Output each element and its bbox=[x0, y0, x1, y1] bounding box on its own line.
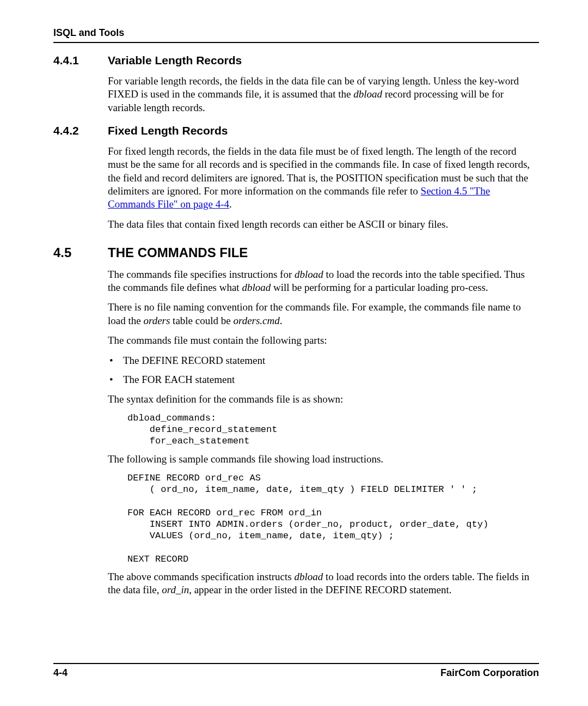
page-number: 4-4 bbox=[53, 667, 68, 679]
heading-title: Fixed Length Records bbox=[108, 124, 228, 137]
running-header: ISQL and Tools bbox=[53, 27, 539, 39]
paragraph: The data files that contain fixed length… bbox=[108, 218, 539, 231]
footer-org: FairCom Corporation bbox=[440, 667, 539, 679]
list-item: The DEFINE RECORD statement bbox=[108, 354, 539, 368]
heading-4-4-2: 4.4.2 Fixed Length Records bbox=[53, 124, 539, 137]
heading-title: THE COMMANDS FILE bbox=[108, 245, 248, 260]
paragraph: The following is sample commands file sh… bbox=[108, 453, 539, 466]
list-item: The FOR EACH statement bbox=[108, 373, 539, 387]
paragraph: The commands file specifies instructions… bbox=[108, 268, 539, 295]
header-rule bbox=[53, 42, 539, 43]
heading-title: Variable Length Records bbox=[108, 54, 242, 67]
paragraph: The syntax definition for the commands f… bbox=[108, 393, 539, 406]
heading-number: 4.4.2 bbox=[53, 124, 108, 137]
heading-4-4-1: 4.4.1 Variable Length Records bbox=[53, 54, 539, 67]
footer-rule bbox=[53, 663, 539, 664]
heading-number: 4.4.1 bbox=[53, 54, 108, 67]
bullet-list: The DEFINE RECORD statement The FOR EACH… bbox=[108, 354, 539, 387]
footer-row: 4-4 FairCom Corporation bbox=[53, 667, 539, 679]
paragraph: For fixed length records, the fields in … bbox=[108, 145, 539, 211]
paragraph: The above commands specification instruc… bbox=[108, 570, 539, 597]
heading-4-5: 4.5 THE COMMANDS FILE bbox=[53, 245, 539, 260]
paragraph: There is no file naming convention for t… bbox=[108, 301, 539, 327]
code-block: dbload_commands: define_record_statement… bbox=[127, 412, 539, 447]
code-block: DEFINE RECORD ord_rec AS ( ord_no, item_… bbox=[127, 472, 539, 565]
paragraph: For variable length records, the fields … bbox=[108, 75, 539, 114]
paragraph: The commands file must contain the follo… bbox=[108, 334, 539, 347]
heading-number: 4.5 bbox=[53, 245, 108, 260]
page-content: ISQL and Tools 4.4.1 Variable Length Rec… bbox=[0, 0, 588, 597]
page-footer: 4-4 FairCom Corporation bbox=[53, 663, 539, 679]
